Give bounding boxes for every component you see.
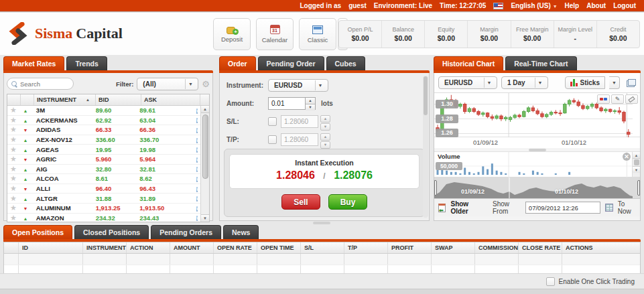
sl-checkbox[interactable] — [268, 117, 277, 126]
table-row[interactable]: ★▲ACKERMANS62.9263.04i — [7, 116, 200, 126]
col-commission[interactable]: COMMISSION — [475, 242, 519, 253]
table-row[interactable]: ★▼ADIDAS66.3366.36i — [7, 125, 200, 135]
chart-style-dropdown[interactable]: ▼ — [609, 76, 620, 89]
sl-stepper[interactable]: ▲▼ — [320, 115, 330, 128]
col-id[interactable]: ID — [19, 242, 83, 253]
table-row[interactable]: ★▲ALCOA8.618.62i — [7, 174, 200, 184]
buy-button[interactable]: Buy — [328, 194, 367, 210]
gear-icon[interactable]: ⚙ — [202, 79, 210, 89]
info-icon[interactable]: i — [196, 138, 198, 143]
scroll-up-icon[interactable]: ▲ — [633, 152, 640, 159]
col-open-rate[interactable]: OPEN RATE — [214, 242, 257, 253]
col-action[interactable]: ACTION — [127, 242, 170, 253]
tab-cubes[interactable]: Cubes — [326, 56, 365, 70]
tab-historical-chart[interactable]: Historical Chart — [434, 56, 503, 70]
info-icon[interactable]: i — [196, 187, 198, 192]
info-icon[interactable]: i — [196, 147, 198, 153]
scroll-up-icon[interactable]: ▲ — [201, 106, 210, 113]
tab-news[interactable]: News — [223, 225, 259, 239]
about-link[interactable]: About — [586, 2, 606, 9]
amount-input[interactable] — [268, 97, 306, 110]
volume-scrollbar[interactable]: ▲ ▼ — [632, 152, 640, 177]
one-click-checkbox[interactable] — [546, 277, 555, 286]
tab-open-positions[interactable]: Open Positions — [3, 225, 72, 239]
table-row[interactable]: ★▲AMAZON234.32234.43i — [7, 214, 200, 222]
table-row[interactable]: ★▲ALTGR31.8831.89i — [7, 194, 200, 204]
navigator-right-handle[interactable] — [637, 180, 640, 196]
tab-real-time-chart[interactable]: Real-Time Chart — [505, 56, 576, 70]
chart-3d-glasses-icon[interactable] — [597, 94, 610, 104]
col-actions[interactable]: ACTIONS — [562, 242, 640, 253]
tp-checkbox[interactable] — [268, 135, 277, 144]
scroll-down-icon[interactable]: ▼ — [201, 214, 210, 222]
popout-window-icon[interactable] — [627, 79, 636, 87]
star-icon[interactable]: ★ — [10, 214, 17, 222]
star-icon[interactable]: ★ — [10, 184, 17, 192]
deposit-button[interactable]: Deposit — [213, 18, 251, 50]
col-instrument[interactable]: INSTRUMENT▲ — [34, 94, 96, 105]
instrument-select[interactable]: EURUSD▼ — [268, 79, 328, 92]
table-row[interactable]: ★▲3M89.6089.61i — [7, 106, 200, 116]
logout-link[interactable]: Logout — [613, 2, 636, 9]
calendar-button[interactable]: 31 Calendar — [256, 18, 294, 50]
scroll-thumb[interactable] — [634, 159, 639, 165]
chart-style-button[interactable]: Sticks — [565, 76, 605, 89]
show-older-button[interactable]: Show Older — [450, 200, 481, 215]
col-t-p[interactable]: T/P — [344, 242, 388, 253]
show-from-input[interactable] — [525, 202, 600, 214]
table-row[interactable]: ★▲AEX-NOV12336.60336.70i — [7, 135, 200, 145]
table-row[interactable]: ★▼AGRIC5.9605.964i — [7, 155, 200, 165]
col-ask[interactable]: ASK — [141, 94, 200, 105]
col-profit[interactable]: PROFIT — [388, 242, 432, 253]
tp-stepper[interactable]: ▲▼ — [320, 133, 330, 146]
table-row[interactable]: ★▲AIG32.8032.81i — [7, 165, 200, 175]
info-icon[interactable]: i — [196, 196, 198, 202]
info-icon[interactable]: i — [196, 167, 198, 172]
language-selector[interactable]: English (US) ▼ — [511, 2, 557, 9]
chart-navigator[interactable]: 01/09/12 01/10/12 — [434, 177, 640, 199]
star-icon[interactable]: ★ — [10, 165, 17, 173]
table-row[interactable]: ★▼ALLI96.4096.43i — [7, 184, 200, 194]
col-s-l[interactable]: S/L — [301, 242, 344, 253]
star-icon[interactable]: ★ — [10, 125, 17, 133]
col-swap[interactable]: SWAP — [432, 242, 475, 253]
market-scrollbar[interactable]: ▲ ▼ — [200, 106, 209, 222]
tab-order[interactable]: Order — [219, 56, 256, 70]
info-icon[interactable]: i — [196, 108, 198, 114]
order-scrollbar[interactable] — [423, 76, 428, 218]
star-icon[interactable]: ★ — [10, 135, 17, 143]
date-picker-icon[interactable] — [605, 204, 613, 212]
help-link[interactable]: Help — [565, 2, 580, 9]
info-icon[interactable]: i — [196, 206, 198, 212]
tab-closed-positions[interactable]: Closed Positions — [74, 225, 149, 239]
star-icon[interactable]: ★ — [10, 106, 17, 114]
navigator-left-handle[interactable] — [434, 180, 437, 196]
table-row[interactable]: ★▼ALUMINUM1,913.251,913.50i — [7, 204, 200, 214]
star-icon[interactable]: ★ — [10, 174, 17, 182]
tab-market-rates[interactable]: Market Rates — [3, 56, 64, 70]
draw-pencil-icon[interactable]: ✎ — [611, 94, 624, 104]
scroll-down-icon[interactable]: ▼ — [633, 166, 640, 173]
col-close-rate[interactable]: CLOSE RATE — [519, 242, 562, 253]
close-icon[interactable]: ✕ — [623, 153, 631, 161]
info-icon[interactable]: i — [196, 216, 198, 221]
star-icon[interactable]: ★ — [10, 145, 17, 153]
col-instrument[interactable]: INSTRUMENT — [83, 242, 127, 253]
candlestick-chart[interactable]: 1.30 1.28 1.26 ✎ — [434, 93, 640, 137]
star-icon[interactable]: ★ — [10, 194, 17, 202]
filter-select[interactable]: (All) ▼ — [137, 78, 198, 90]
info-icon[interactable]: i — [196, 128, 198, 133]
tab-trends[interactable]: Trends — [66, 56, 107, 70]
eraser-icon[interactable] — [625, 94, 638, 104]
tp-input[interactable] — [281, 133, 318, 146]
tab-pending-order[interactable]: Pending Order — [258, 56, 324, 70]
amount-stepper[interactable]: ▲▼ — [306, 97, 316, 110]
chart-period-select[interactable]: 1 Day▼ — [501, 76, 548, 89]
sl-input[interactable] — [281, 115, 318, 128]
star-icon[interactable]: ★ — [10, 204, 17, 212]
col-bid[interactable]: BID — [96, 94, 141, 105]
panel-collapse-handle[interactable] — [313, 222, 330, 224]
info-icon[interactable]: i — [196, 157, 198, 163]
star-icon[interactable]: ★ — [10, 116, 17, 124]
col-open-time[interactable]: OPEN TIME — [257, 242, 301, 253]
